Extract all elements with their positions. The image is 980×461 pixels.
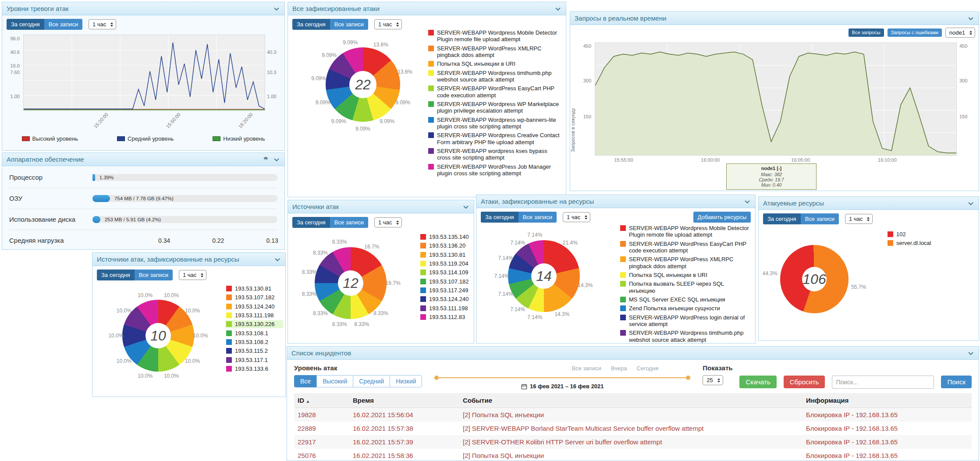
table-row[interactable]: 22917 16.02.2021 15:57:39 [2] SERVER-OTH… [294, 435, 972, 449]
column-info[interactable]: Информация [802, 393, 972, 408]
interval-select[interactable]: 1 час [89, 19, 116, 29]
level-low-button[interactable]: Низкий [390, 375, 422, 387]
legend-item[interactable]: SERVER-WEBAPP WordPress Job Manager plug… [427, 163, 561, 177]
legend-item[interactable]: Низкий уровень [213, 135, 265, 142]
legend-item[interactable]: 193.53.136.20 [419, 242, 473, 249]
column-id[interactable]: ID▲ [294, 393, 349, 408]
legend-item[interactable]: 193.53.130.81 [419, 251, 473, 259]
slider-track[interactable] [434, 377, 690, 378]
legend-item[interactable]: SERVER-WEBAPP Wordpress wp-banners-lite … [427, 116, 561, 131]
all-records-button[interactable]: Все записи [330, 217, 368, 228]
legend-item[interactable]: 193.53.117.249 [419, 287, 473, 294]
table-row[interactable]: 22889 16.02.2021 15:57:38 [2] SERVER-WEB… [294, 422, 972, 435]
interval-select[interactable]: 1 час [563, 212, 590, 222]
today-button[interactable]: За сегодня [7, 19, 44, 30]
legend-item[interactable]: 102 [887, 230, 974, 238]
search-button[interactable]: Поиск [941, 376, 972, 388]
legend-item[interactable]: 193.53.107.182 [225, 294, 283, 301]
table-row[interactable]: 19828 16.02.2021 15:56:04 [2] Попытка SQ… [294, 408, 972, 422]
legend-item[interactable]: 193.53.108.1 [225, 330, 283, 337]
pin-icon[interactable] [262, 156, 269, 163]
page-size-select[interactable]: 25 [703, 375, 723, 385]
today-button[interactable]: За сегодня [292, 217, 330, 228]
slider-handle-right[interactable] [686, 376, 690, 380]
panel-header[interactable]: Аппаратное обеспечение [2, 153, 284, 166]
legend-item[interactable]: SERVER-WEBAPP WordPress login denial of … [619, 314, 752, 328]
legend-item[interactable]: Попытка вызвать SLEEP через SQL инъекцию [619, 280, 752, 294]
panel-header[interactable]: Запросы в реальном времени [570, 12, 979, 25]
all-records-button[interactable]: Все записи [135, 270, 173, 280]
legend-item[interactable]: 193.53.108.2 [225, 338, 283, 346]
chevron-down-icon[interactable] [273, 156, 280, 163]
all-requests-button[interactable]: Все запросы [849, 28, 884, 37]
today-button[interactable]: За сегодня [481, 212, 518, 223]
legend-item[interactable]: Средний уровень [117, 135, 174, 142]
quick-range-link[interactable]: Все записи [572, 365, 601, 372]
legend-item[interactable]: server.dl.local [887, 239, 974, 247]
legend-item[interactable]: 193.53.112.83 [419, 313, 473, 321]
donut-chart[interactable]: 14 [508, 240, 579, 312]
panel-header[interactable]: Список инцидентов [287, 347, 979, 360]
legend-item[interactable]: SERVER-WEBAPP WordPress EasyCart PHP cod… [427, 85, 561, 99]
download-button[interactable]: Скачать [739, 376, 776, 388]
legend-item[interactable]: SERVER-WEBAPP WordPress XMLRPC pingback … [619, 255, 752, 270]
search-input[interactable] [832, 376, 934, 389]
all-records-button[interactable]: Все записи [801, 213, 839, 224]
chevron-down-icon[interactable] [274, 256, 281, 263]
quick-range-link[interactable]: Вчера [611, 365, 627, 372]
legend-item[interactable]: SERVER-WEBAPP WordPress XMLRPC pingback … [427, 45, 561, 59]
legend-item[interactable]: MS SQL Server EXEC SQL инъекция [619, 296, 752, 303]
panel-header[interactable]: Все зафиксированные атаки [288, 2, 566, 15]
legend-item[interactable]: SERVER-WEBAPP Wordpress Mobile Detector … [427, 29, 561, 43]
donut-chart[interactable]: 10 [122, 300, 194, 371]
legend-item[interactable]: 193.53.115.2 [225, 347, 283, 355]
all-records-button[interactable]: Все записи [518, 212, 557, 223]
level-all-button[interactable]: Все [294, 375, 316, 387]
alert-levels-chart[interactable] [23, 35, 265, 111]
legend-item[interactable]: SERVER-WEBAPP Wordpress WP Marketplace p… [427, 100, 561, 115]
panel-header[interactable]: Атаки, зафиксированные на ресурсы [476, 195, 755, 208]
legend-item[interactable]: SERVER-WEBAPP WordPress EasyCart PHP cod… [619, 240, 752, 255]
column-event[interactable]: Событие [459, 393, 802, 408]
legend-item[interactable]: 193.53.114.109 [419, 269, 473, 276]
interval-select[interactable]: 1 час [179, 270, 206, 280]
chevron-down-icon[interactable] [744, 198, 751, 205]
chevron-down-icon[interactable] [967, 200, 974, 207]
donut-chart[interactable]: 106 [780, 245, 849, 313]
chevron-down-icon[interactable] [462, 203, 469, 210]
chevron-down-icon[interactable] [967, 15, 974, 22]
level-medium-button[interactable]: Средний [353, 375, 390, 387]
level-high-button[interactable]: Высокий [316, 375, 353, 387]
legend-item[interactable]: SERVER-WEBAPP Wordpress Mobile Detector … [619, 224, 752, 239]
panel-header[interactable]: Уровни тревоги атак [2, 2, 284, 15]
legend-item[interactable]: 193.53.119.204 [419, 260, 473, 267]
legend-item[interactable]: SERVER-WEBAPP Wordpress timthumb.php web… [619, 329, 752, 343]
panel-header[interactable]: Атакуемые ресурсы [759, 197, 979, 210]
reset-button[interactable]: Сбросить [784, 376, 825, 388]
legend-item[interactable]: 193.53.133.6 [225, 365, 283, 372]
chevron-down-icon[interactable] [273, 5, 280, 12]
add-resources-button[interactable]: Добавить ресурсы [693, 212, 751, 223]
legend-item[interactable]: 193.53.130.226 [225, 320, 283, 328]
table-row[interactable]: 25076 16.02.2021 15:58:36 [2] Попытка SQ… [294, 449, 972, 461]
legend-item[interactable]: Попытка SQL инъекции в URI [427, 60, 561, 67]
legend-item[interactable]: 193.53.111.198 [225, 312, 283, 319]
interval-select[interactable]: 1 час [374, 19, 402, 29]
today-button[interactable]: За сегодня [763, 213, 801, 224]
today-button[interactable]: За сегодня [292, 19, 330, 30]
legend-item[interactable]: SERVER-WEBAPP Wordpress Creative Contact… [427, 131, 561, 146]
legend-item[interactable]: SERVER-WEBAPP Wordpress timthumb.php web… [427, 69, 561, 84]
legend-item[interactable]: Попытка SQL инъекции в URI [619, 271, 752, 279]
interval-select[interactable]: 1 час [374, 217, 402, 227]
quick-range-link[interactable]: Сегодня [636, 365, 658, 372]
legend-item[interactable]: 193.53.130.81 [225, 285, 283, 292]
all-records-button[interactable]: Все записи [44, 19, 82, 30]
realtime-chart[interactable] [595, 43, 957, 156]
legend-item[interactable]: 193.53.117.1 [225, 356, 283, 364]
node-select[interactable]: node1 [945, 28, 975, 38]
today-button[interactable]: За сегодня [97, 270, 135, 280]
legend-item[interactable]: Zend Попытка инъекции сущности [619, 305, 752, 312]
legend-item[interactable]: SERVER-WEBAPP wordpress kses bypass cros… [427, 147, 561, 162]
error-requests-button[interactable]: Запросы с ошибками [888, 28, 942, 37]
legend-item[interactable]: 193.53.107.182 [419, 278, 473, 285]
